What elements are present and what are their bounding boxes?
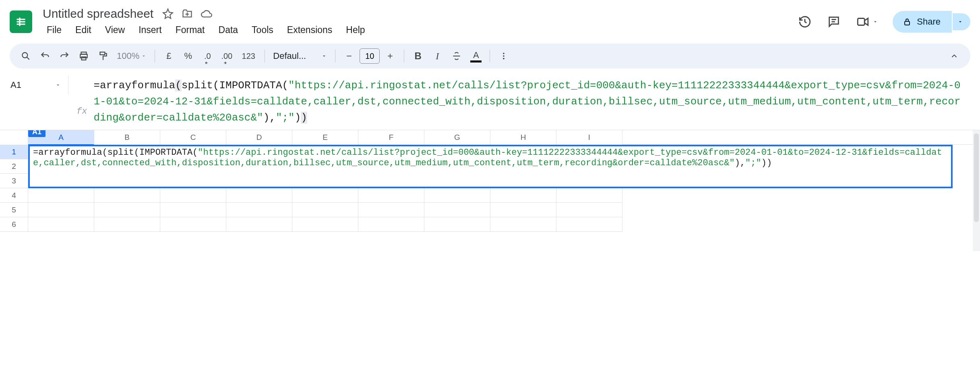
row-header-5[interactable]: 5 <box>0 203 28 217</box>
name-box[interactable]: A1 <box>0 76 68 94</box>
svg-rect-5 <box>19 18 21 26</box>
share-group: Share <box>893 11 970 33</box>
strikethrough-button[interactable] <box>448 47 465 65</box>
grid-wrap: A1 A B C D E F G H I 1 2 3 4 5 6 <box>0 130 980 391</box>
menu-extensions[interactable]: Extensions <box>281 22 339 38</box>
comments-icon[interactable] <box>827 15 841 29</box>
menu-bar: File Edit View Insert Format Data Tools … <box>40 22 790 38</box>
decrease-font-button[interactable] <box>340 47 358 65</box>
currency-button[interactable]: £ <box>160 47 178 65</box>
svg-point-19 <box>503 53 504 54</box>
svg-rect-15 <box>100 52 105 55</box>
cell-editor[interactable]: =arrayformula(split(IMPORTDATA("https://… <box>28 145 953 188</box>
redo-button[interactable] <box>56 47 73 65</box>
cloud-status-icon[interactable] <box>201 8 212 19</box>
formula-content: =arrayformula(split(IMPORTDATA("https://… <box>93 77 972 126</box>
col-header-F[interactable]: F <box>358 130 424 145</box>
meet-icon <box>856 15 870 29</box>
svg-rect-8 <box>858 19 865 25</box>
formula-bar-row: A1 fx =arrayformula(split(IMPORTDATA("ht… <box>0 73 980 130</box>
row-header-2[interactable]: 2 <box>0 159 28 174</box>
title-icons <box>162 8 212 19</box>
lock-icon <box>902 17 912 27</box>
font-size-group <box>340 47 399 65</box>
svg-point-20 <box>503 55 504 57</box>
svg-rect-9 <box>905 21 910 25</box>
print-button[interactable] <box>75 47 93 65</box>
menu-file[interactable]: File <box>40 22 68 38</box>
col-header-G[interactable]: G <box>424 130 490 145</box>
increase-font-button[interactable] <box>381 47 399 65</box>
text-color-button[interactable]: A <box>467 47 485 65</box>
svg-rect-3 <box>17 21 25 23</box>
svg-point-21 <box>503 58 504 60</box>
document-title[interactable]: Untitled spreadsheet <box>40 6 156 21</box>
history-icon[interactable] <box>798 15 812 29</box>
percent-button[interactable]: % <box>179 47 197 65</box>
collapse-toolbar-button[interactable] <box>945 47 963 65</box>
move-icon[interactable] <box>182 8 193 19</box>
toolbar-wrap: 100% £ % .0 .00 123 Defaul... <box>0 40 980 73</box>
scrollbar-thumb[interactable] <box>974 133 979 222</box>
menu-view[interactable]: View <box>99 22 131 38</box>
paint-format-button[interactable] <box>94 47 112 65</box>
search-menu-button[interactable] <box>17 47 35 65</box>
menu-edit[interactable]: Edit <box>69 22 98 38</box>
font-size-input[interactable] <box>360 48 380 64</box>
row-header-6[interactable]: 6 <box>0 217 28 232</box>
cell-reference-chip: A1 <box>28 130 45 137</box>
bold-button[interactable]: B <box>409 47 427 65</box>
row-headers: 1 2 3 4 5 6 <box>0 145 28 232</box>
menu-data[interactable]: Data <box>212 22 245 38</box>
col-header-E[interactable]: E <box>292 130 358 145</box>
row-header-3[interactable]: 3 <box>0 174 28 188</box>
svg-rect-2 <box>17 19 25 20</box>
undo-button[interactable] <box>36 47 54 65</box>
menu-format[interactable]: Format <box>169 22 211 38</box>
font-name: Defaul... <box>273 51 318 61</box>
share-button[interactable]: Share <box>893 11 952 33</box>
row-header-4[interactable]: 4 <box>0 188 28 203</box>
italic-button[interactable]: I <box>428 47 446 65</box>
separator <box>155 50 155 62</box>
text-color-bar <box>470 60 482 62</box>
decrease-decimal-button[interactable]: .0 <box>198 47 216 65</box>
col-header-I[interactable]: I <box>556 130 622 145</box>
increase-decimal-button[interactable]: .00 <box>218 47 236 65</box>
name-box-value: A1 <box>10 80 21 90</box>
grid: A1 A B C D E F G H I 1 2 3 4 5 6 <box>0 130 980 232</box>
dec-dec-label: .0 <box>204 52 211 60</box>
svg-line-11 <box>27 57 29 60</box>
title-area: Untitled spreadsheet File Edit View <box>40 6 790 38</box>
col-header-B[interactable]: B <box>94 130 160 145</box>
more-formats-button[interactable]: 123 <box>237 47 260 65</box>
zoom-dropdown[interactable]: 100% <box>114 51 150 61</box>
row-header-1[interactable]: 1 <box>0 145 28 159</box>
caret-down-icon <box>55 82 61 88</box>
menu-insert[interactable]: Insert <box>132 22 168 38</box>
select-all-corner[interactable] <box>0 130 28 145</box>
more-button[interactable] <box>495 47 513 65</box>
share-more-button[interactable] <box>953 13 970 30</box>
vertical-scrollbar[interactable] <box>973 130 980 251</box>
app-root: Untitled spreadsheet File Edit View <box>0 0 980 391</box>
menu-help[interactable]: Help <box>339 22 371 38</box>
share-label: Share <box>917 17 941 27</box>
caret-down-icon <box>957 19 963 25</box>
formula-bar[interactable]: fx =arrayformula(split(IMPORTDATA("https… <box>68 76 980 127</box>
menu-tools[interactable]: Tools <box>245 22 280 38</box>
title-row: Untitled spreadsheet <box>40 6 790 21</box>
col-header-D[interactable]: D <box>226 130 292 145</box>
header: Untitled spreadsheet File Edit View <box>0 0 980 40</box>
sheets-logo[interactable] <box>10 10 32 33</box>
cells-area[interactable]: =arrayformula(split(IMPORTDATA("https://… <box>28 145 980 232</box>
font-dropdown[interactable]: Defaul... <box>270 51 330 61</box>
star-icon[interactable] <box>162 8 174 19</box>
svg-rect-4 <box>17 24 25 25</box>
col-header-H[interactable]: H <box>490 130 556 145</box>
inc-dec-label: .00 <box>221 52 232 60</box>
column-headers: A1 A B C D E F G H I <box>0 130 980 145</box>
separator <box>404 50 404 62</box>
col-header-C[interactable]: C <box>160 130 226 145</box>
meet-button[interactable] <box>856 15 878 29</box>
